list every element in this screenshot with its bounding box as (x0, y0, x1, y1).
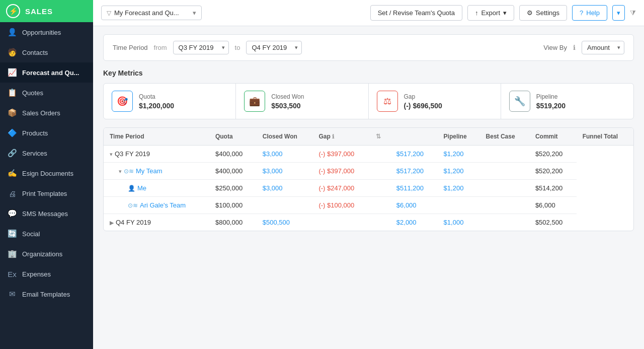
sidebar-item-contacts[interactable]: 🧑 Contacts (0, 42, 93, 62)
to-label: to (235, 44, 240, 51)
table-row-ari-gales-team: ⊙≋Ari Gale's Team$100,000(-) $100,000$6,… (104, 197, 633, 214)
forecast-icon: 📈 (7, 67, 17, 78)
sidebar-item-sms[interactable]: 💬 SMS Messages (0, 203, 93, 224)
view-by-label: View By (543, 44, 567, 51)
main-content: ▽ My Forecast and Qu... ▾ Set / Revise T… (93, 0, 644, 349)
sidebar-item-label: Products (22, 129, 48, 137)
gap-metric-icon: ⚖ (377, 91, 398, 112)
view-by-wrapper: Amount Count (582, 41, 624, 54)
key-metrics-section: Key Metrics 🎯 Quota $1,200,000 💼 Closed … (103, 69, 634, 119)
sidebar-item-expenses[interactable]: Ex Expenses (0, 264, 93, 284)
cell-commit (480, 163, 529, 180)
th-commit: Commit (529, 128, 577, 146)
cell-gap (312, 214, 370, 231)
closed-won-metric-name: Closed Won (271, 93, 304, 100)
sidebar-item-quotes[interactable]: 📋 Quotes (0, 83, 93, 103)
sidebar-item-label: Social (22, 230, 40, 238)
quota-metric-value: $1,200,000 (139, 102, 174, 110)
view-selector[interactable]: ▽ My Forecast and Qu... ▾ (101, 6, 202, 20)
sidebar-item-label: Quotes (22, 89, 43, 97)
from-period-select[interactable]: Q3 FY 2019 Q4 FY 2019 (173, 41, 229, 54)
metric-card-pipeline: 🔧 Pipeline $519,200 (501, 84, 633, 119)
cell-empty (370, 163, 390, 180)
sidebar-item-forecast[interactable]: 📈 Forecast and Qu... (0, 62, 93, 83)
th-closed-won: Closed Won (257, 128, 313, 146)
team-icon: ⊙≋ (124, 168, 134, 175)
help-icon: ? (580, 9, 583, 17)
th-gap: Gap ℹ (312, 128, 370, 146)
sidebar-item-label: SMS Messages (22, 210, 68, 218)
sidebar-item-print-templates[interactable]: 🖨 Print Templates (0, 183, 93, 203)
cell-empty (370, 197, 390, 214)
quotes-icon: 📋 (7, 88, 17, 98)
th-pipeline: Pipeline (438, 128, 480, 146)
sidebar-item-label: Organizations (22, 250, 62, 258)
cell-empty (370, 214, 390, 231)
info-icon[interactable]: ℹ (573, 44, 576, 51)
sidebar-item-products[interactable]: 🔷 Products (0, 123, 93, 143)
esign-icon: ✍ (7, 168, 17, 178)
sidebar-item-social[interactable]: 🔄 Social (0, 224, 93, 244)
sidebar-item-organizations[interactable]: 🏢 Organizations (0, 244, 93, 264)
expand-icon[interactable]: ▶ (110, 220, 114, 226)
filter-icon: ▽ (107, 10, 111, 17)
expenses-icon: Ex (7, 269, 17, 279)
cell-time-period: ▾Q3 FY 2019 (104, 146, 209, 163)
to-period-select[interactable]: Q4 FY 2019 Q3 FY 2019 (246, 41, 302, 54)
cell-closed-won: $500,500 (257, 214, 313, 231)
sidebar-item-label: Sales Orders (22, 109, 60, 117)
metric-card-quota: 🎯 Quota $1,200,000 (104, 84, 236, 119)
cell-best-case: $1,200 (438, 180, 480, 197)
help-button[interactable]: ? Help (572, 5, 607, 21)
sidebar-item-email-templates[interactable]: ✉ Email Templates (0, 284, 93, 304)
filter-bar: Time Period from Q3 FY 2019 Q4 FY 2019 t… (103, 34, 634, 61)
th-sort-icon[interactable]: ⇅ (370, 128, 390, 146)
gap-metric-value: (-) $696,500 (404, 102, 442, 110)
chevron-down-icon: ▾ (193, 9, 196, 17)
quota-metric-name: Quota (139, 93, 174, 100)
cell-best-case: $1,200 (438, 146, 480, 163)
sidebar-header[interactable]: ⚡ SALES (0, 0, 93, 22)
gap-info-icon[interactable]: ℹ (331, 133, 334, 139)
expand-icon[interactable]: ▾ (110, 151, 113, 157)
cell-pipeline: $2,000 (390, 214, 438, 231)
sidebar-item-services[interactable]: 🔗 Services (0, 143, 93, 163)
view-selector-text: My Forecast and Qu... (114, 9, 190, 17)
sidebar-item-label: Esign Documents (22, 170, 73, 177)
user-link[interactable]: Me (137, 184, 146, 192)
from-period-wrapper: Q3 FY 2019 Q4 FY 2019 (173, 41, 229, 54)
cell-funnel-total: $502,500 (529, 214, 577, 231)
contacts-icon: 🧑 (7, 47, 17, 57)
sidebar-item-label: Expenses (22, 270, 51, 278)
cell-pipeline: $517,200 (390, 146, 438, 163)
data-table: Time PeriodQuotaClosed WonGap ℹ⇅Pipeline… (103, 127, 634, 231)
cell-commit (480, 197, 529, 214)
team-link[interactable]: My Team (136, 167, 163, 175)
sidebar-item-sales-orders[interactable]: 📦 Sales Orders (0, 103, 93, 123)
settings-button[interactable]: ⚙ Settings (519, 5, 567, 21)
sidebar-nav: 👤 Opportunities 🧑 Contacts 📈 Forecast an… (0, 22, 93, 304)
closed-won-metric-icon: 💼 (244, 91, 265, 112)
filter-corner-icon[interactable]: ⧩ (630, 9, 636, 17)
view-by-select[interactable]: Amount Count (582, 41, 624, 54)
sidebar: ⚡ SALES 👤 Opportunities 🧑 Contacts 📈 For… (0, 0, 93, 349)
table-row-q3-2019: ▾Q3 FY 2019$400,000$3,000(-) $397,000$51… (104, 146, 633, 163)
cell-funnel-total: $520,200 (529, 163, 577, 180)
user-icon: 👤 (128, 185, 135, 192)
export-button[interactable]: ↑ Export ▾ (467, 5, 514, 21)
sidebar-item-opportunities[interactable]: 👤 Opportunities (0, 22, 93, 42)
from-label: from (154, 44, 167, 51)
cell-best-case (438, 197, 480, 214)
team-icon: ⊙≋ (128, 202, 138, 209)
sms-icon: 💬 (7, 208, 17, 219)
set-revise-quota-button[interactable]: Set / Revise Team's Quota (370, 5, 462, 21)
export-icon: ↑ (475, 9, 478, 17)
team-link[interactable]: Ari Gale's Team (140, 201, 186, 209)
expand-icon[interactable]: ▾ (119, 168, 122, 174)
pipeline-metric-name: Pipeline (536, 93, 566, 100)
gear-icon: ⚙ (527, 9, 533, 17)
sales-orders-icon: 📦 (7, 108, 17, 118)
help-dropdown-arrow[interactable]: ▾ (612, 5, 625, 21)
key-metrics-title: Key Metrics (103, 69, 634, 77)
sidebar-item-esign[interactable]: ✍ Esign Documents (0, 163, 93, 183)
